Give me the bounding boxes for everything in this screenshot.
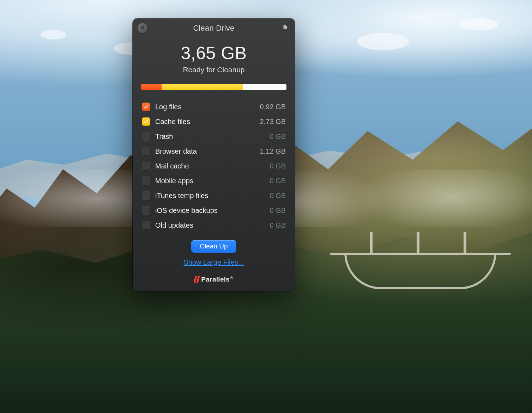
item-size: 0 GB [270, 221, 286, 229]
brand-footer: Parallels® [133, 276, 295, 283]
check-icon [143, 104, 149, 110]
titlebar: Clean Drive [133, 18, 295, 38]
checkbox[interactable] [142, 162, 150, 170]
item-label: iTunes temp files [155, 192, 270, 200]
list-item: iTunes temp files0 GB [141, 188, 286, 203]
list-item: Log files0,92 GB [141, 99, 286, 114]
checkbox[interactable] [142, 206, 150, 215]
item-label: Trash [155, 132, 270, 141]
desktop-wallpaper: Clean Drive 3,65 GB Ready for Cleanup Lo… [0, 0, 532, 413]
close-button[interactable] [138, 23, 147, 33]
checkbox[interactable] [142, 191, 150, 200]
item-size: 0 GB [270, 132, 286, 141]
item-size: 2,73 GB [260, 118, 286, 126]
list-item: Mail cache0 GB [141, 159, 286, 173]
item-label: iOS device backups [155, 207, 270, 215]
checkbox[interactable] [142, 177, 150, 185]
checkbox[interactable] [142, 103, 150, 111]
close-icon [140, 25, 145, 31]
item-size: 0 GB [270, 207, 286, 215]
checkbox[interactable] [142, 221, 150, 229]
usage-bar-segment-orange [141, 84, 162, 90]
usage-bar [141, 84, 286, 90]
summary-subtitle: Ready for Cleanup [133, 66, 295, 74]
parallels-logo-icon [194, 276, 199, 283]
list-item: iOS device backups0 GB [141, 203, 286, 218]
checkbox[interactable] [142, 132, 150, 141]
registered-mark: ® [230, 276, 233, 280]
item-label: Log files [155, 103, 260, 111]
item-label: Mail cache [155, 162, 270, 170]
list-item: Cache files2,73 GB [141, 114, 286, 129]
item-size: 1,12 GB [260, 147, 286, 155]
list-item: Old updates0 GB [141, 218, 286, 233]
show-large-files-link[interactable]: Show Large Files... [183, 258, 244, 266]
checkbox[interactable] [142, 117, 150, 126]
list-item: Browser data1,12 GB [141, 144, 286, 159]
clean-drive-window: Clean Drive 3,65 GB Ready for Cleanup Lo… [133, 18, 295, 291]
item-label: Browser data [155, 147, 260, 155]
item-label: Cache files [155, 118, 260, 126]
total-amount: 3,65 GB [133, 43, 295, 63]
actions: Clean Up Show Large Files... [133, 240, 295, 266]
item-size: 0 GB [270, 192, 286, 200]
clean-up-button[interactable]: Clean Up [191, 240, 236, 253]
item-label: Mobile apps [155, 177, 270, 185]
item-size: 0 GB [270, 162, 286, 170]
checkbox[interactable] [142, 147, 150, 155]
usage-bar-segment-white [243, 84, 286, 90]
window-title: Clean Drive [193, 24, 234, 33]
item-size: 0,92 GB [260, 103, 286, 111]
list-item: Trash0 GB [141, 129, 286, 144]
check-icon [143, 119, 149, 124]
item-label: Old updates [155, 221, 270, 229]
list-item: Mobile apps0 GB [141, 173, 286, 188]
brand-name: Parallels [201, 276, 230, 283]
item-size: 0 GB [270, 177, 286, 185]
gear-icon [281, 24, 289, 33]
cleanup-list: Log files0,92 GBCache files2,73 GBTrash0… [141, 99, 286, 233]
summary: 3,65 GB Ready for Cleanup [133, 43, 295, 74]
settings-button[interactable] [280, 24, 289, 33]
usage-bar-segment-yellow [162, 84, 243, 90]
bridge-decoration [330, 227, 511, 285]
